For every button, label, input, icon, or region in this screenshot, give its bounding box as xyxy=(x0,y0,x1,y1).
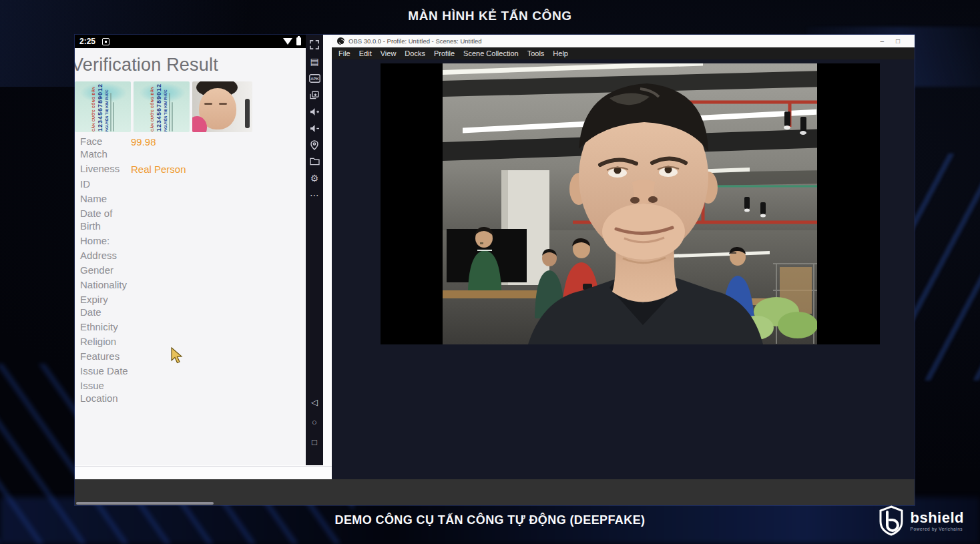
app-footer-divider xyxy=(75,466,332,467)
field-row-face-match: Face Match 99.98 xyxy=(75,135,306,162)
deepfake-video-frame xyxy=(443,63,817,344)
id-card-front-image: CĂN CƯỚC CÔNG DÂN 123456789012 NGUYỄN TH… xyxy=(75,81,131,132)
obs-title-bar[interactable]: OBS 30.0.0 - Profile: Untitled - Scenes:… xyxy=(332,35,915,47)
id-card-header-text: CĂN CƯỚC CÔNG DÂN xyxy=(91,87,95,131)
id-card-number-text: 123456789012 xyxy=(97,83,103,131)
obs-preview-area xyxy=(332,59,915,479)
verification-images-row: CĂN CƯỚC CÔNG DÂN 123456789012 NGUYỄN TH… xyxy=(75,81,252,132)
status-time: 2:25 xyxy=(79,37,95,46)
settings-gear-icon[interactable]: ⚙ xyxy=(308,172,320,184)
maximize-button[interactable]: □ xyxy=(896,38,900,45)
notification-app-icon xyxy=(102,38,109,45)
brand-logo: bshield Powered by Verichains xyxy=(878,505,964,536)
menu-view[interactable]: View xyxy=(381,49,397,57)
brand-name: bshield xyxy=(910,511,964,525)
field-row-nationality: Nationality xyxy=(75,278,306,293)
fullscreen-icon[interactable] xyxy=(308,39,320,51)
menu-edit[interactable]: Edit xyxy=(359,49,372,57)
mouse-cursor xyxy=(170,347,184,364)
attacker-screen-capture: 2:25 Verification Result CĂN CƯỚC CÔNG D… xyxy=(75,35,915,505)
menu-tools[interactable]: Tools xyxy=(527,49,545,57)
field-row-address: Address xyxy=(75,249,306,264)
slide-top-title: MÀN HÌNH KẺ TẤN CÔNG xyxy=(0,9,980,23)
android-nav-buttons: ◁ ○ □ xyxy=(308,396,320,465)
menu-docks[interactable]: Docks xyxy=(405,49,425,57)
battery-icon xyxy=(296,37,301,45)
volume-up-icon[interactable] xyxy=(308,105,320,117)
field-row-dob: Date of Birth xyxy=(75,207,306,234)
file-manager-icon[interactable] xyxy=(308,156,320,168)
page-title: Verification Result xyxy=(75,55,306,75)
field-row-ethnicity: Ethnicity xyxy=(75,320,306,335)
slide-background: MÀN HÌNH KẺ TẤN CÔNG 2:25 Verification R… xyxy=(0,0,980,544)
location-icon[interactable] xyxy=(308,139,320,151)
liveness-value: Real Person xyxy=(131,164,186,175)
taskbar xyxy=(75,479,915,505)
obs-menu-bar: File Edit View Docks Profile Scene Colle… xyxy=(332,47,915,59)
selfie-capture-image xyxy=(192,81,252,132)
home-icon[interactable]: ○ xyxy=(308,416,320,428)
obs-window: OBS 30.0.0 - Profile: Untitled - Scenes:… xyxy=(332,35,915,479)
field-row-id: ID xyxy=(75,178,306,192)
field-row-home: Home: xyxy=(75,234,306,249)
field-row-religion: Religion xyxy=(75,335,306,350)
more-options-icon[interactable]: ⋯ xyxy=(308,189,320,201)
field-row-gender: Gender xyxy=(75,264,306,278)
bshield-shield-icon xyxy=(878,505,905,536)
id-card-holder-text: NGUYỄN THỊ KIM PHÚC xyxy=(105,89,109,131)
phone-mirror-window: 2:25 Verification Result CĂN CƯỚC CÔNG D… xyxy=(75,35,323,465)
screenshot-log-icon[interactable]: ▤ xyxy=(308,55,320,67)
back-icon[interactable]: ◁ xyxy=(308,396,320,408)
scrcpy-toolbar: ▤ APK xyxy=(306,35,323,465)
deepfake-camera-feed xyxy=(443,63,817,344)
verification-app-screen: Verification Result CĂN CƯỚC CÔNG DÂN 12… xyxy=(75,48,306,465)
menu-profile[interactable]: Profile xyxy=(434,49,455,57)
brand-tagline: Powered by Verichains xyxy=(910,527,964,531)
face-match-value: 99.98 xyxy=(131,136,156,148)
recents-icon[interactable]: □ xyxy=(308,436,320,448)
minimize-button[interactable]: – xyxy=(880,38,884,45)
id-card-back-image: CĂN CƯỚC CÔNG DÂN 123456789012 NGUYỄN TH… xyxy=(134,81,190,132)
menu-file[interactable]: File xyxy=(338,49,350,57)
field-row-expiry: Expiry Date xyxy=(75,293,306,320)
multi-window-icon[interactable] xyxy=(308,89,320,101)
field-row-liveness: Liveness Real Person xyxy=(75,162,306,178)
install-apk-icon[interactable]: APK xyxy=(308,72,320,84)
obs-video-canvas[interactable] xyxy=(381,63,880,344)
field-row-issue-location: Issue Location xyxy=(75,379,306,406)
obs-window-title: OBS 30.0.0 - Profile: Untitled - Scenes:… xyxy=(348,37,482,45)
field-row-issue-date: Issue Date xyxy=(75,364,306,379)
field-row-name: Name xyxy=(75,192,306,207)
taskbar-highlight xyxy=(76,502,214,505)
selfie-edge-shadow xyxy=(245,99,250,128)
slide-bottom-caption: DEMO CÔNG CỤ TẤN CÔNG TỰ ĐỘNG (DEEPFAKE) xyxy=(0,513,980,527)
wifi-icon xyxy=(283,38,292,45)
menu-scene-collection[interactable]: Scene Collection xyxy=(463,49,519,57)
obs-logo-icon xyxy=(337,37,344,45)
menu-help[interactable]: Help xyxy=(553,49,568,57)
verification-fields-list: Face Match 99.98 Liveness Real Person ID… xyxy=(75,135,306,406)
phone-status-bar: 2:25 xyxy=(75,35,306,48)
field-row-features: Features xyxy=(75,350,306,364)
volume-down-icon[interactable] xyxy=(308,122,320,134)
svg-text:APK: APK xyxy=(310,77,319,81)
